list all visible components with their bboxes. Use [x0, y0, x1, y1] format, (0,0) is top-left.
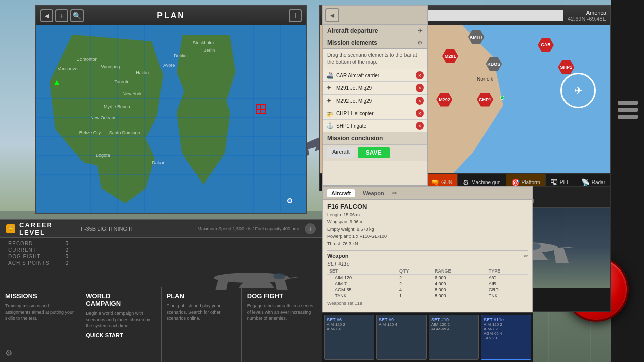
- mission-panel-back-button[interactable]: ◄: [325, 8, 339, 22]
- edit-icon[interactable]: ✏: [392, 190, 397, 197]
- weapon-set-11e[interactable]: SET #11e AIM-120 2 AIM-7 2 AGM-65 4 TANK…: [481, 315, 531, 360]
- plan-tile-title: PLAN: [167, 292, 236, 300]
- svg-marker-4: [558, 247, 579, 249]
- remove-car-button[interactable]: ×: [416, 71, 424, 79]
- col-set: SET: [327, 268, 397, 275]
- aircraft-tab-btn[interactable]: Aircraft: [327, 189, 355, 197]
- ach-label: ACH.S POINTS: [8, 260, 50, 266]
- bottom-bar: 🔒 CAREER LEVEL F-35B LIGHTNING II Maximu…: [0, 219, 322, 362]
- label-winnipeg: Winnipeg: [101, 64, 120, 69]
- weapon-section: Weapon ✏ SET #11e SET QTY RANGE TYPE — A…: [327, 250, 528, 306]
- career-lock-icon: 🔒: [6, 224, 15, 233]
- mission-item-chp1[interactable]: 🚁 CHP1 Helicopter ×: [323, 107, 427, 120]
- plan-header: ◄ + 🔍 PLAN i: [36, 6, 306, 25]
- m291-label: M291 Jet Mig29: [336, 85, 414, 91]
- remove-m291-button[interactable]: ×: [416, 84, 424, 92]
- dogfight-row: DOG FIGHT 0: [8, 254, 68, 259]
- tac-aircraft-circle: ✈: [560, 73, 596, 108]
- plan-info-button[interactable]: i: [289, 9, 302, 22]
- career-aircraft-detail: Maximum Speed 1,500 kts / Fuel capacity …: [197, 226, 299, 231]
- mission-item-shp1[interactable]: ⚓ SHP1 Frigate ×: [323, 120, 427, 132]
- tac-region: America: [568, 10, 606, 16]
- ws10-aim120: AIM-120 2: [431, 322, 476, 327]
- weapon-row-agm65: — AGM-6548,000GRD: [327, 287, 528, 293]
- plan-map[interactable]: Vancouver Edmonton Winnipeg Toronto Hali…: [36, 25, 306, 213]
- weapon-set-6[interactable]: SET #6 AIM-120 2 AIM-7 4: [324, 315, 374, 360]
- svg-point-11: [273, 273, 285, 279]
- mission-panel: ◄ Aircraft departure ✈ Mission elements …: [322, 5, 428, 186]
- mission-conclusion-row: Mission conclusion: [323, 132, 427, 145]
- career-add-button[interactable]: +: [305, 223, 316, 234]
- worldcampaign-desc: Begin a world campaign with scenarios an…: [86, 310, 155, 329]
- label-berlin: Berlin: [203, 48, 215, 53]
- map-green-marker: ▲: [52, 77, 61, 88]
- label-myrtlebeach: Myrtle Beach: [104, 104, 130, 109]
- mission-elements-desc: Drag the scenario elements to the bar at…: [323, 49, 427, 69]
- tac-norfolk-label: Norfolk: [477, 76, 493, 82]
- weapon-set-10[interactable]: SET #10 AIM-120 2 AGM-65 4: [429, 315, 479, 360]
- remove-m292-button[interactable]: ×: [416, 97, 424, 105]
- aircraft-tab[interactable]: Aircraft: [327, 147, 355, 158]
- mission-item-m292[interactable]: ✈ M292 Jet Mig29 ×: [323, 95, 427, 107]
- ws11e-agm65: AGM-65 4: [484, 331, 529, 336]
- ws6-aim7: AIM-7 4: [327, 327, 372, 331]
- plan-search-button[interactable]: 🔍: [70, 9, 84, 22]
- label-azores: Avore: [163, 63, 175, 68]
- mission-elements-icon: ⚙: [417, 39, 423, 46]
- shp1-icon: ⚓: [326, 122, 334, 129]
- record-row: RECORD 0: [8, 241, 68, 246]
- weapon-row-aim7: — AIM-724,000AIR: [327, 281, 528, 287]
- worldcampaign-title: WORLDCAMPAIGN: [86, 292, 155, 307]
- missions-desc: Training missions and assignments aimed …: [5, 303, 75, 322]
- weapon-sets-bar: SET #6 AIM-120 2 AIM-7 4 SET #9 AIM-120 …: [322, 312, 533, 362]
- adp-specs: Length: 15.06 m Wingspan: 9.96 m Empty w…: [327, 211, 528, 247]
- career-header: 🔒 CAREER LEVEL F-35B LIGHTNING II Maximu…: [0, 220, 322, 238]
- ws10-title: SET #10: [431, 317, 476, 322]
- mission-item-m291[interactable]: ✈ M291 Jet Mig29 ×: [323, 82, 427, 95]
- plt-icon: 🏗: [551, 178, 558, 187]
- dogfight-desc: Engage other aircrafts in a series of le…: [247, 303, 317, 322]
- shp1-label: SHP1 Frigate: [336, 123, 414, 129]
- strip-bullet-1: [618, 101, 638, 105]
- aircraft-departure-header: Aircraft departure ✈: [323, 25, 427, 37]
- label-dublin: Dublin: [174, 53, 187, 58]
- toolbar-gun-label: GUN: [441, 179, 452, 185]
- save-button[interactable]: SAVE: [358, 147, 390, 158]
- plan-add-button[interactable]: +: [55, 9, 68, 22]
- plan-back-button[interactable]: ◄: [40, 9, 53, 22]
- mission-tile-missions[interactable]: MISSIONS Training missions and assignmen…: [0, 287, 80, 362]
- adp-header: Aircraft Weapon ✏: [323, 187, 532, 200]
- mission-panel-title: [341, 13, 427, 17]
- col-type: TYPE: [487, 268, 528, 275]
- weapon-edit-icon[interactable]: ✏: [524, 253, 528, 259]
- mission-tile-dogfight[interactable]: DOG FIGHT Engage other aircrafts in a se…: [242, 287, 322, 362]
- missions-gear-icon[interactable]: ⚙: [5, 348, 12, 358]
- worldcampaign-sub[interactable]: QUICK START: [86, 332, 155, 338]
- remove-chp1-button[interactable]: ×: [416, 109, 424, 117]
- label-bogota: Bogota: [96, 153, 110, 158]
- plan-title: PLAN: [157, 11, 185, 20]
- adp-aircraft-name: F16 FALCON: [327, 203, 528, 210]
- hex-shp1[interactable]: SHP1: [558, 60, 574, 74]
- label-toronto: Toronto: [114, 79, 129, 84]
- hex-car[interactable]: CAR: [538, 38, 554, 52]
- map-grid: [36, 25, 306, 213]
- current-value: 0: [65, 247, 68, 253]
- weapon-set-9[interactable]: SET #9 AIM-120 4: [376, 315, 427, 360]
- mission-tile-plan[interactable]: PLAN Plan, publish and play your scenari…: [162, 287, 242, 362]
- label-dakar: Dakar: [152, 160, 164, 165]
- label-halifax: Halifax: [136, 70, 150, 75]
- plan-tile-desc: Plan, publish and play your scenarios. S…: [167, 303, 236, 322]
- mission-item-car[interactable]: 🚢 CAR Aircraft carrier ×: [323, 69, 427, 82]
- dogfight-title: DOG FIGHT: [247, 292, 317, 300]
- weapon-tab-btn[interactable]: Weapon: [359, 189, 388, 197]
- mission-tile-worldcampaign[interactable]: WORLDCAMPAIGN Begin a world campaign wit…: [80, 287, 161, 362]
- ws11e-title: SET #11e: [484, 317, 529, 322]
- weapon-set-label: SET #11e: [327, 261, 528, 267]
- career-aircraft-name: F-35B LIGHTNING II: [80, 226, 132, 232]
- chp1-icon: 🚁: [326, 110, 334, 117]
- ws10-agm65: AGM-65 4: [431, 327, 476, 331]
- strip-bullet-2: [618, 108, 638, 112]
- remove-shp1-button[interactable]: ×: [416, 122, 424, 130]
- missions-row: MISSIONS Training missions and assignmen…: [0, 287, 322, 362]
